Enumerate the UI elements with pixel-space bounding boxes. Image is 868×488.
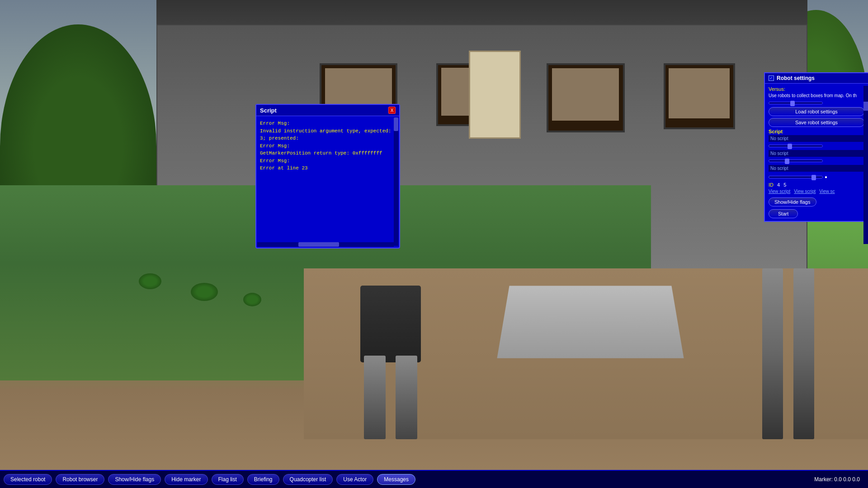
robot-secondary (755, 268, 825, 439)
view-script-1[interactable]: View script (769, 189, 790, 194)
start-button[interactable]: Start (769, 209, 798, 218)
dialog-close-button[interactable]: X (388, 107, 396, 114)
panel-scrollbar[interactable] (863, 86, 868, 244)
error-messages: Error Msg: Invalid instruction argument … (260, 120, 396, 172)
view-script-2[interactable]: View script (794, 189, 816, 194)
slider-container-2 (769, 145, 864, 147)
slider-1[interactable] (769, 102, 823, 104)
id-value-2: 5 (783, 182, 786, 188)
slider-container-3 (769, 160, 864, 162)
script-entry-3: No script (769, 165, 864, 172)
dialog-titlebar: Script X (256, 105, 399, 116)
toolbar-btn-messages[interactable]: Messages (377, 474, 415, 485)
toolbar-btn-hide-marker[interactable]: Hide marker (165, 474, 208, 485)
dialog-hscrollbar-thumb[interactable] (298, 242, 340, 247)
robot-torso (360, 286, 421, 362)
slider-4-thumb[interactable] (811, 175, 816, 180)
versus-text: Use robots to collect boxes from map. On… (769, 93, 864, 99)
slider-2-thumb[interactable] (788, 144, 792, 149)
slider-3-thumb[interactable] (785, 159, 789, 164)
id-row: ID 4 5 (769, 182, 864, 188)
panel-content: Versus: Use robots to collect boxes from… (765, 84, 868, 221)
view-script-row: View script View script View sc (769, 189, 864, 194)
window-4 (664, 63, 735, 130)
dialog-scrollbar-thumb[interactable] (394, 117, 398, 131)
slider-container-4: ● (769, 174, 864, 179)
dialog-content: Error Msg: Invalid instruction argument … (256, 116, 399, 246)
load-robot-settings-button[interactable]: Load robot settings (769, 107, 864, 116)
panel-scrollbar-thumb[interactable] (863, 102, 868, 111)
robot-main (330, 220, 452, 439)
steps (497, 286, 684, 358)
script-entry-1: No script (769, 135, 864, 142)
game-viewport (0, 0, 868, 488)
toolbar-btn-use-actor[interactable]: Use Actor (336, 474, 373, 485)
panel-title: Robot settings (777, 75, 815, 81)
robot2-leg-right (793, 268, 814, 439)
start-button-row: Start (769, 209, 864, 218)
slider-2[interactable] (769, 145, 823, 147)
id-label: ID (769, 182, 774, 188)
marker-info: Marker: 0.0 0.0 0.0 (814, 476, 860, 483)
slider-3[interactable] (769, 160, 823, 162)
slider-1-thumb[interactable] (790, 101, 795, 106)
save-robot-settings-button[interactable]: Save robot settings (769, 118, 864, 127)
slider-4[interactable] (769, 176, 823, 178)
script-section-label: Script (769, 129, 864, 134)
slider-container-1 (769, 102, 864, 104)
door-structure (469, 51, 521, 139)
panel-header: ✓ Robot settings (765, 73, 868, 84)
robot-settings-panel: ✓ Robot settings Versus: Use robots to c… (764, 72, 868, 222)
robot-leg-right (396, 356, 417, 439)
dialog-horizontal-scrollbar[interactable] (257, 242, 394, 247)
toolbar-btn-quadcopter-list[interactable]: Quadcopter list (283, 474, 333, 485)
dialog-vertical-scrollbar[interactable] (394, 117, 398, 246)
toolbar-btn-robot-browser[interactable]: Robot browser (56, 474, 104, 485)
bush-3 (139, 273, 161, 289)
robot2-leg-left (762, 268, 783, 439)
panel-checkbox[interactable]: ✓ (769, 75, 774, 81)
toolbar-btn-briefing[interactable]: Briefing (247, 474, 279, 485)
dialog-title: Script (260, 107, 277, 114)
view-script-3[interactable]: View sc (819, 189, 835, 194)
toolbar-btn-show-hide-flags[interactable]: Show/Hide flags (108, 474, 161, 485)
show-hide-flags-button[interactable]: Show/Hide flags (769, 197, 816, 206)
window-3 (547, 63, 624, 133)
toolbar-btn-selected-robot[interactable]: Selected robot (4, 474, 52, 485)
id-value-1: 4 (777, 182, 780, 188)
script-dialog: Script X Error Msg: Invalid instruction … (255, 104, 400, 249)
bush-2 (243, 293, 261, 306)
versus-label: Versus: (769, 86, 864, 92)
action-buttons-row: Show/Hide flags (769, 197, 864, 206)
script-entry-2: No script (769, 150, 864, 157)
toolbar-btn-flag-list[interactable]: Flag list (212, 474, 244, 485)
robot-leg-left (364, 356, 386, 439)
bottom-toolbar: Selected robot Robot browser Show/Hide f… (0, 470, 868, 488)
